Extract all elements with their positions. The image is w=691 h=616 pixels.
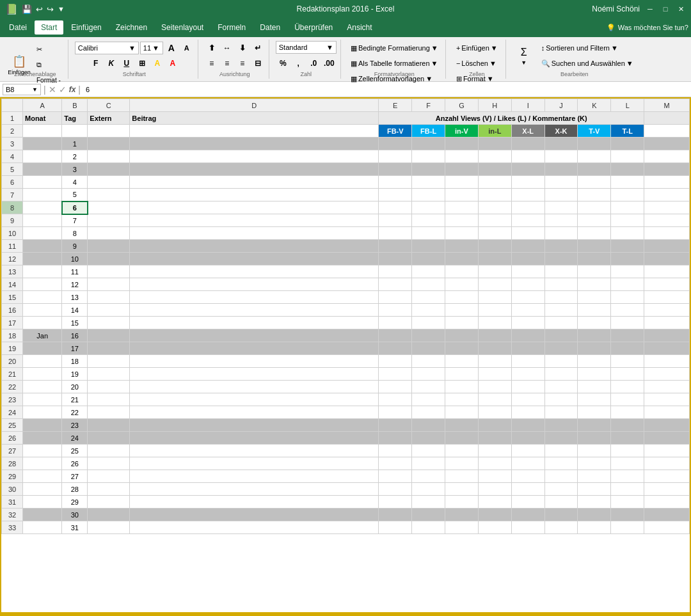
cell-f-19[interactable]: [412, 342, 445, 355]
cell-g-33[interactable]: [445, 521, 479, 534]
cell-c-13[interactable]: [88, 265, 130, 278]
conditional-format-dropdown-icon[interactable]: ▼: [431, 44, 438, 52]
cell-b-3[interactable]: 1: [62, 138, 88, 150]
cell-k-6[interactable]: [578, 176, 611, 189]
customize-icon[interactable]: ▼: [58, 5, 65, 13]
font-size-selector[interactable]: 11 ▼: [140, 42, 163, 54]
cell-c-18[interactable]: [88, 329, 130, 342]
cell-f-6[interactable]: [412, 176, 445, 189]
cell-l-18[interactable]: [611, 329, 644, 342]
cell-h-6[interactable]: [478, 176, 511, 189]
cell-i-16[interactable]: [511, 304, 544, 317]
cell-l-26[interactable]: [611, 432, 644, 445]
cell-a-33[interactable]: [23, 521, 62, 534]
cell-g-29[interactable]: [445, 470, 479, 483]
col-header-m[interactable]: M: [644, 99, 690, 112]
cell-e-26[interactable]: [379, 432, 412, 445]
cell-i-19[interactable]: [511, 342, 544, 355]
cell-f-32[interactable]: [412, 509, 445, 521]
cell-e-20[interactable]: [379, 355, 412, 368]
cell-f-20[interactable]: [412, 355, 445, 368]
cell-e-18[interactable]: [379, 329, 412, 342]
cell-l-25[interactable]: [611, 419, 644, 432]
cell-c-28[interactable]: [88, 457, 130, 470]
cell-l-23[interactable]: [611, 393, 644, 406]
cell-c-23[interactable]: [88, 393, 130, 406]
font-size-dropdown-icon[interactable]: ▼: [152, 44, 159, 52]
cell-h-12[interactable]: [478, 253, 511, 265]
cell-c-10[interactable]: [88, 227, 130, 240]
cell-h-4[interactable]: [478, 150, 511, 163]
row-header-3[interactable]: 3: [2, 138, 23, 150]
cell-d-24[interactable]: [130, 406, 379, 419]
cell-m-22[interactable]: [644, 381, 690, 393]
cell-a-24[interactable]: [23, 406, 62, 419]
cell-h-11[interactable]: [478, 240, 511, 253]
cell-i-11[interactable]: [511, 240, 544, 253]
cell-i-10[interactable]: [511, 227, 544, 240]
autosum-button[interactable]: Σ ▼: [512, 41, 536, 72]
cell-m-30[interactable]: [644, 483, 690, 496]
cell-l-30[interactable]: [611, 483, 644, 496]
cell-j-24[interactable]: [544, 406, 578, 419]
cell-e-16[interactable]: [379, 304, 412, 317]
cell-e-21[interactable]: [379, 368, 412, 381]
cell-d-21[interactable]: [130, 368, 379, 381]
cell-m-18[interactable]: [644, 329, 690, 342]
row-header-29[interactable]: 29: [2, 470, 23, 483]
cell-a-19[interactable]: [23, 342, 62, 355]
cell-i-9[interactable]: [511, 214, 544, 227]
cell-c-29[interactable]: [88, 470, 130, 483]
sort-filter-button[interactable]: ↕ Sortieren und Filtern ▼: [538, 41, 637, 55]
cell-g-31[interactable]: [445, 496, 479, 509]
cell-b-32[interactable]: 30: [62, 509, 88, 521]
row-header-9[interactable]: 9: [2, 214, 23, 227]
cell-k-18[interactable]: [578, 329, 611, 342]
cell-j-5[interactable]: [544, 163, 578, 176]
cell-i-33[interactable]: [511, 521, 544, 534]
cell-b-17[interactable]: 15: [62, 317, 88, 329]
cell-e-11[interactable]: [379, 240, 412, 253]
cell-e-6[interactable]: [379, 176, 412, 189]
cell-d-29[interactable]: [130, 470, 379, 483]
cell-k-7[interactable]: [578, 189, 611, 201]
cell-h-28[interactable]: [478, 457, 511, 470]
cell-f-27[interactable]: [412, 445, 445, 457]
cell-g-12[interactable]: [445, 253, 479, 265]
cell-j-18[interactable]: [544, 329, 578, 342]
cell-h-21[interactable]: [478, 368, 511, 381]
cell-g-32[interactable]: [445, 509, 479, 521]
cell-i-17[interactable]: [511, 317, 544, 329]
cell-c-7[interactable]: [88, 189, 130, 201]
cell-e-12[interactable]: [379, 253, 412, 265]
cell-a-7[interactable]: [23, 189, 62, 201]
col-header-j[interactable]: J: [544, 99, 578, 112]
cell-b-24[interactable]: 22: [62, 406, 88, 419]
cell-i-3[interactable]: [511, 138, 544, 150]
cell-l-10[interactable]: [611, 227, 644, 240]
cell-a1[interactable]: Monat: [23, 112, 62, 125]
cell-d-30[interactable]: [130, 483, 379, 496]
cell-f-5[interactable]: [412, 163, 445, 176]
col-header-d[interactable]: D: [130, 99, 379, 112]
cell-a-6[interactable]: [23, 176, 62, 189]
cell-m-4[interactable]: [644, 150, 690, 163]
cell-j-28[interactable]: [544, 457, 578, 470]
cell-i-25[interactable]: [511, 419, 544, 432]
cell-b-28[interactable]: 26: [62, 457, 88, 470]
cell-e-30[interactable]: [379, 483, 412, 496]
cell-k-22[interactable]: [578, 381, 611, 393]
cell-k-28[interactable]: [578, 457, 611, 470]
cell-c-31[interactable]: [88, 496, 130, 509]
cell-e-13[interactable]: [379, 265, 412, 278]
find-button[interactable]: 🔍 Suchen und Auswählen ▼: [538, 56, 637, 70]
cell-k-3[interactable]: [578, 138, 611, 150]
cell-b-22[interactable]: 20: [62, 381, 88, 393]
cell-c-20[interactable]: [88, 355, 130, 368]
cell-g-19[interactable]: [445, 342, 479, 355]
cell-e1-merged[interactable]: Anzahl Views (V) / Likes (L) / Kommentar…: [379, 112, 644, 125]
find-dropdown-icon[interactable]: ▼: [626, 59, 633, 67]
cell-m-15[interactable]: [644, 291, 690, 304]
cell-h2[interactable]: in-L: [478, 125, 511, 138]
cell-g-30[interactable]: [445, 483, 479, 496]
